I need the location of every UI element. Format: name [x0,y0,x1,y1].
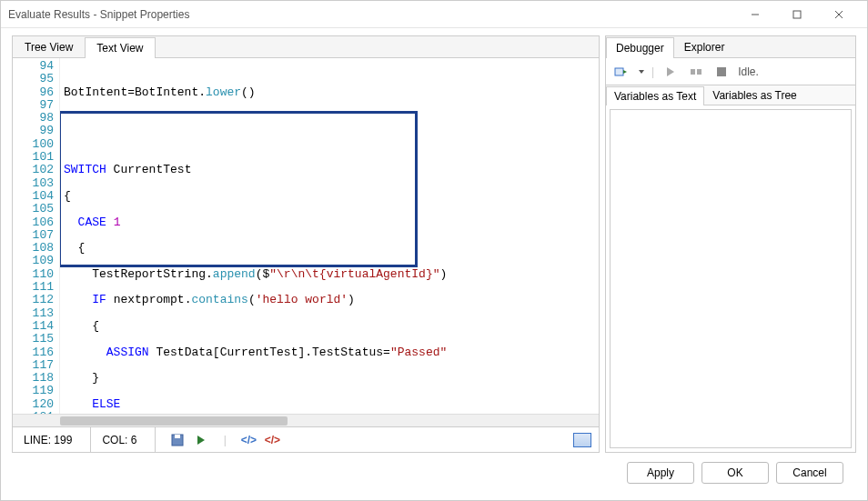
main-row: Tree View Text View 94 95 96 97 98 99 10… [12,35,856,453]
code-line: CASE 1 [64,215,120,229]
right-tabs: Debugger Explorer [606,36,855,58]
debugger-toolbar: | Idle. [606,58,855,85]
code-line: TestReportString.append($"\r\n\t{virtual… [64,267,447,281]
apply-button[interactable]: Apply [627,462,694,484]
scrollbar-thumb[interactable] [60,416,288,426]
code-line: ASSIGN TestData[CurrentTest].TestStatus=… [64,346,447,359]
code-line: { [64,241,85,255]
svg-rect-11 [697,69,701,75]
code-line: { [64,319,99,333]
svg-rect-7 [615,68,623,75]
debugger-panel: Debugger Explorer | Idle. Variables as T… [605,35,856,453]
code-area[interactable]: 94 95 96 97 98 99 100 101 102 103 104 10… [13,58,599,414]
maximize-button[interactable] [776,2,818,27]
debug-status: Idle. [738,65,759,78]
statusbar: LINE: 199 COL: 6 | </> </> [13,426,599,452]
svg-marker-9 [667,67,674,76]
chevron-down-icon[interactable] [639,70,644,74]
code-line: IF nextprompt.contains('hello world') [64,293,355,306]
code-body[interactable]: BotIntent=BotIntent.lower() SWITCH Curre… [60,58,599,414]
run-icon[interactable] [194,433,208,447]
editor-panel: Tree View Text View 94 95 96 97 98 99 10… [12,35,600,453]
content: Tree View Text View 94 95 96 97 98 99 10… [1,28,867,500]
svg-rect-12 [717,67,726,76]
svg-marker-6 [197,436,205,445]
close-button[interactable] [818,2,860,27]
view-tabs: Tree View Text View [13,36,599,58]
window: Evaluate Results - Snippet Properties Tr… [0,0,868,501]
code-line: { [64,189,71,203]
code-tag-red-icon[interactable]: </> [265,433,279,447]
code-line [64,137,71,151]
variables-body[interactable] [610,109,852,448]
ok-button[interactable]: OK [701,462,769,484]
debug-continue-button[interactable] [661,63,680,81]
tab-text-view[interactable]: Text View [85,37,155,58]
status-icons: | </> </> [163,433,279,447]
svg-rect-5 [175,435,180,438]
tab-explorer[interactable]: Explorer [674,36,735,57]
tab-debugger[interactable]: Debugger [606,37,674,58]
svg-rect-1 [793,11,801,18]
code-line: } [64,371,99,385]
svg-rect-10 [691,69,695,75]
horizontal-scrollbar[interactable] [13,414,599,426]
code-line: BotIntent=BotIntent.lower() [64,85,256,99]
code-line: ELSE [64,397,120,411]
titlebar: Evaluate Results - Snippet Properties [1,1,867,28]
dialog-buttons: Apply OK Cancel [12,453,856,489]
debug-start-button[interactable] [611,63,630,81]
save-icon[interactable] [170,433,185,447]
debug-step-button[interactable] [687,63,705,81]
debug-stop-button[interactable] [712,63,731,81]
tab-variables-text[interactable]: Variables as Text [606,86,704,105]
separator-icon: | [217,433,232,447]
tab-tree-view[interactable]: Tree View [13,36,85,57]
svg-marker-8 [623,70,627,74]
highlight-box [60,111,418,267]
separator-icon: | [651,65,654,78]
status-line: LINE: 199 [20,427,91,452]
code-line [64,111,71,125]
code-tag-icon[interactable]: </> [241,433,256,447]
view-mode-icon[interactable] [573,433,591,447]
status-col: COL: 6 [98,427,156,452]
tab-variables-tree[interactable]: Variables as Tree [704,85,805,105]
cancel-button[interactable]: Cancel [776,462,843,484]
window-title: Evaluate Results - Snippet Properties [8,8,734,21]
window-controls [734,2,860,27]
line-gutter: 94 95 96 97 98 99 100 101 102 103 104 10… [13,58,60,414]
minimize-button[interactable] [734,2,776,27]
variable-tabs: Variables as Text Variables as Tree [606,85,855,105]
code-line: SWITCH CurrentTest [64,163,191,176]
